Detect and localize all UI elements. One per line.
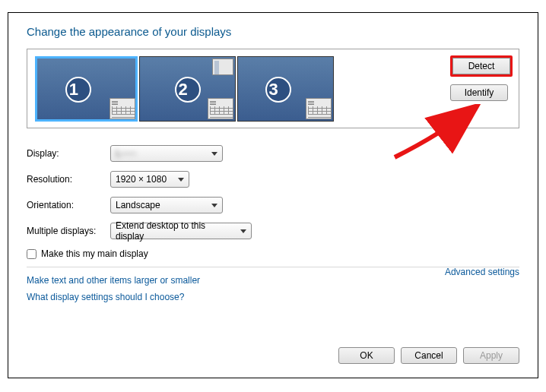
display-label: Display: <box>27 148 110 159</box>
dialog-button-row: OK Cancel Apply <box>338 347 519 364</box>
monitor-number-badge: 1 <box>65 77 91 103</box>
monitor-2[interactable]: 2 <box>139 56 236 122</box>
ok-button[interactable]: OK <box>338 347 395 364</box>
monitor-3[interactable]: 3 <box>237 56 334 122</box>
orientation-label: Orientation: <box>27 200 110 210</box>
settings-form: Display: L----- Resolution: 1920 × 1080 … <box>27 145 519 239</box>
calendar-icon <box>208 98 233 119</box>
calendar-icon <box>306 98 332 119</box>
apply-button[interactable]: Apply <box>463 347 519 364</box>
resolution-dropdown[interactable]: 1920 × 1080 <box>110 171 189 188</box>
monitor-number-badge: 2 <box>175 77 201 103</box>
identify-button[interactable]: Identify <box>450 84 508 101</box>
highlight-annotation: Detect <box>450 55 513 77</box>
display-dropdown[interactable]: L----- <box>110 145 223 162</box>
advanced-settings-link[interactable]: Advanced settings <box>445 267 519 277</box>
window-icon <box>212 58 233 75</box>
monitor-arrangement-area[interactable]: 1 2 3 Detect Identify <box>27 49 519 128</box>
main-display-checkbox[interactable] <box>27 249 37 259</box>
cancel-button[interactable]: Cancel <box>401 347 457 364</box>
monitor-1[interactable]: 1 <box>35 56 138 122</box>
side-button-column: Detect Identify <box>450 55 513 101</box>
orientation-dropdown[interactable]: Landscape <box>110 197 223 213</box>
calendar-icon <box>110 98 135 119</box>
display-settings-panel: Change the appearance of your displays 1… <box>8 12 538 378</box>
detect-button[interactable]: Detect <box>452 58 510 74</box>
what-settings-link[interactable]: What display settings should I choose? <box>27 292 519 302</box>
main-display-row: Make this my main display <box>27 248 519 259</box>
multiple-displays-label: Multiple displays: <box>27 226 110 236</box>
resolution-label: Resolution: <box>27 174 110 185</box>
main-display-label: Make this my main display <box>41 248 148 259</box>
monitor-number-badge: 3 <box>265 77 291 103</box>
multiple-displays-dropdown[interactable]: Extend desktop to this display <box>110 223 252 239</box>
monitor-row: 1 2 3 <box>35 56 334 122</box>
page-title: Change the appearance of your displays <box>27 25 519 38</box>
